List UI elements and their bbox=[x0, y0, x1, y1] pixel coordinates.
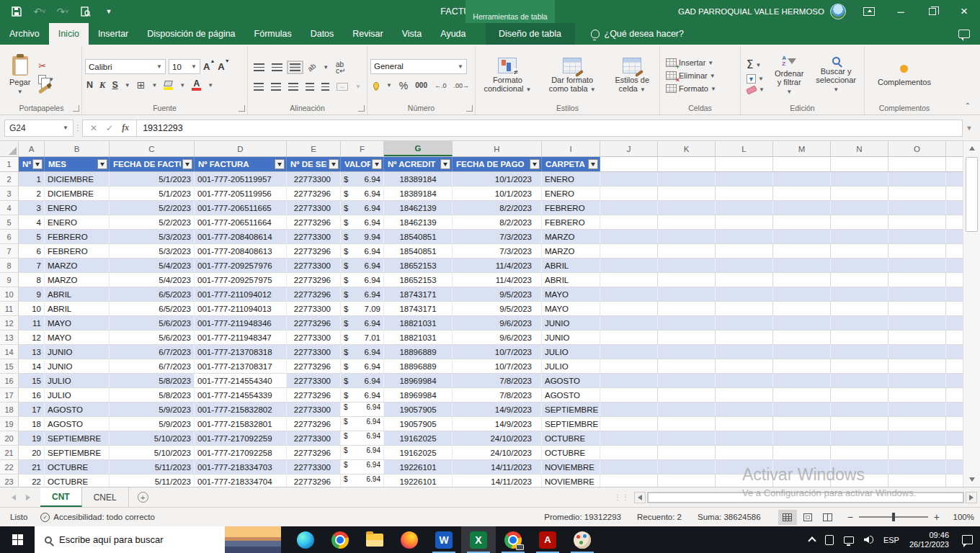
taskbar-app-word[interactable]: W bbox=[427, 526, 461, 553]
row-header-20[interactable]: 20 bbox=[0, 431, 19, 445]
empty-cell[interactable] bbox=[888, 345, 946, 359]
table-header-6[interactable]: VALOR bbox=[341, 157, 384, 171]
cell-C22[interactable]: 5/11/2023 bbox=[110, 460, 195, 474]
cell-C19[interactable]: 5/9/2023 bbox=[110, 417, 195, 431]
insert-cells-button[interactable]: +Insertar▼ bbox=[666, 58, 737, 67]
cell-G12[interactable]: 18821031 bbox=[384, 316, 453, 330]
empty-cell[interactable] bbox=[658, 316, 716, 330]
empty-cell[interactable] bbox=[888, 475, 946, 487]
empty-cell[interactable] bbox=[831, 431, 888, 445]
merge-center-button[interactable]: ↔ bbox=[337, 83, 348, 91]
save-icon[interactable] bbox=[10, 5, 23, 18]
empty-cell[interactable] bbox=[773, 215, 831, 229]
ribbon-tab-insertar[interactable]: Insertar bbox=[89, 23, 138, 45]
cell-E9[interactable]: 22773296 bbox=[287, 273, 341, 287]
vertical-scrollbar[interactable] bbox=[963, 141, 980, 487]
avatar[interactable] bbox=[830, 4, 846, 19]
row-header-21[interactable]: 21 bbox=[0, 446, 19, 459]
empty-cell[interactable] bbox=[831, 244, 888, 258]
addins-button[interactable]: Complementos bbox=[873, 48, 936, 103]
currency-dropdown[interactable]: ▼ bbox=[386, 82, 392, 89]
cell-F3[interactable]: $6.94 bbox=[341, 186, 384, 200]
cell-D19[interactable]: 001-777-215832801 bbox=[195, 417, 287, 431]
horizontal-scroll-thumb[interactable] bbox=[648, 493, 963, 503]
cell-G19[interactable]: 19057905 bbox=[384, 417, 453, 431]
cell-A13[interactable]: 12 bbox=[19, 331, 45, 344]
cell-I12[interactable]: JUNIO bbox=[542, 316, 600, 330]
cell-E15[interactable]: 22773296 bbox=[287, 359, 341, 373]
empty-cell[interactable] bbox=[888, 331, 946, 344]
normal-view-button[interactable] bbox=[778, 510, 797, 525]
row-header-23[interactable]: 23 bbox=[0, 475, 19, 487]
cell-C16[interactable]: 5/8/2023 bbox=[110, 374, 195, 387]
cell-F7[interactable]: $6.94 bbox=[341, 244, 384, 258]
cell-C7[interactable]: 5/3/2023 bbox=[110, 244, 195, 258]
conditional-formatting-button[interactable]: ≠ Formato condicional ▼ bbox=[478, 48, 537, 103]
taskbar-app-paint[interactable] bbox=[565, 526, 600, 553]
sheet-tab-cnt[interactable]: CNT bbox=[40, 487, 82, 507]
increase-indent-button[interactable] bbox=[321, 83, 329, 91]
empty-cell[interactable] bbox=[716, 201, 773, 215]
minimize-button[interactable]: ─ bbox=[885, 0, 917, 23]
empty-cell[interactable] bbox=[773, 172, 831, 186]
cell-E10[interactable]: 22773296 bbox=[287, 287, 341, 301]
font-color-button[interactable]: A bbox=[192, 80, 201, 91]
column-header-m[interactable]: M bbox=[773, 141, 831, 156]
ribbon-tab-dise-o-de-tabla[interactable]: Diseño de tabla bbox=[486, 23, 575, 45]
cell-C10[interactable]: 6/5/2023 bbox=[110, 287, 195, 301]
taskbar-app-acrobat[interactable]: A bbox=[530, 526, 565, 553]
cell-A14[interactable]: 13 bbox=[19, 345, 45, 359]
row-header-17[interactable]: 17 bbox=[0, 388, 19, 402]
cell-F21[interactable]: $6.94 bbox=[341, 446, 384, 459]
zoom-slider[interactable] bbox=[859, 516, 928, 518]
cell-E16[interactable]: 22773300 bbox=[287, 374, 341, 387]
table-header-1[interactable]: Nº bbox=[19, 157, 45, 171]
cell-H3[interactable]: 10/1/2023 bbox=[453, 186, 542, 200]
empty-cell[interactable] bbox=[600, 273, 658, 287]
expand-formula-bar-icon[interactable]: ▼ bbox=[963, 125, 976, 132]
row-header-16[interactable]: 16 bbox=[0, 374, 19, 387]
cell-H20[interactable]: 24/10/2023 bbox=[453, 431, 542, 445]
cell-G2[interactable]: 18389184 bbox=[384, 172, 453, 186]
empty-cell[interactable] bbox=[773, 460, 831, 474]
empty-cell[interactable] bbox=[773, 374, 831, 387]
cell-C15[interactable]: 6/7/2023 bbox=[110, 359, 195, 373]
empty-cell[interactable] bbox=[658, 374, 716, 387]
cell-I19[interactable]: SEPTIEMBRE bbox=[542, 417, 600, 431]
cell-D8[interactable]: 001-777-209257976 bbox=[195, 258, 287, 272]
empty-cell[interactable] bbox=[658, 186, 716, 200]
cell-H6[interactable]: 7/3/2023 bbox=[453, 230, 542, 243]
clear-button[interactable]: ▼ bbox=[747, 86, 765, 93]
cell-G7[interactable]: 18540851 bbox=[384, 244, 453, 258]
empty-cell[interactable] bbox=[716, 186, 773, 200]
table-header-4[interactable]: Nº FACTURA bbox=[195, 157, 287, 171]
restore-button[interactable] bbox=[917, 0, 948, 23]
row-header-1[interactable]: 1 bbox=[0, 157, 19, 171]
underline-dropdown[interactable]: ▼ bbox=[125, 82, 130, 89]
decrease-indent-button[interactable] bbox=[306, 83, 313, 91]
empty-cell[interactable] bbox=[773, 446, 831, 459]
cell-B3[interactable]: DICIEMBRE bbox=[45, 186, 110, 200]
empty-cell[interactable] bbox=[831, 388, 888, 402]
cell-C8[interactable]: 5/4/2023 bbox=[110, 258, 195, 272]
column-header-a[interactable]: A bbox=[19, 141, 45, 156]
font-color-dropdown[interactable]: ▼ bbox=[208, 82, 213, 89]
cell-A4[interactable]: 3 bbox=[19, 201, 45, 215]
font-size-select[interactable]: 10▼ bbox=[169, 59, 200, 74]
cell-E21[interactable]: 22773296 bbox=[287, 446, 341, 459]
empty-cell[interactable] bbox=[600, 244, 658, 258]
alignment-dialog-launcher[interactable] bbox=[358, 105, 365, 112]
decrease-decimal-button[interactable]: .00→ bbox=[453, 82, 469, 89]
column-header-o[interactable]: O bbox=[888, 141, 946, 156]
filter-dropdown-icon[interactable] bbox=[588, 159, 598, 169]
empty-cell[interactable] bbox=[831, 374, 888, 387]
empty-cell[interactable] bbox=[716, 475, 773, 487]
ribbon-tab-datos[interactable]: Datos bbox=[301, 23, 344, 45]
cell-I9[interactable]: ABRIL bbox=[542, 273, 600, 287]
new-sheet-button[interactable]: + bbox=[129, 487, 157, 507]
cell-C14[interactable]: 6/7/2023 bbox=[110, 345, 195, 359]
cell-I14[interactable]: JULIO bbox=[542, 345, 600, 359]
cell-F10[interactable]: $6.94 bbox=[341, 287, 384, 301]
cell-C6[interactable]: 5/3/2023 bbox=[110, 230, 195, 243]
cell-F16[interactable]: $6.94 bbox=[341, 374, 384, 387]
